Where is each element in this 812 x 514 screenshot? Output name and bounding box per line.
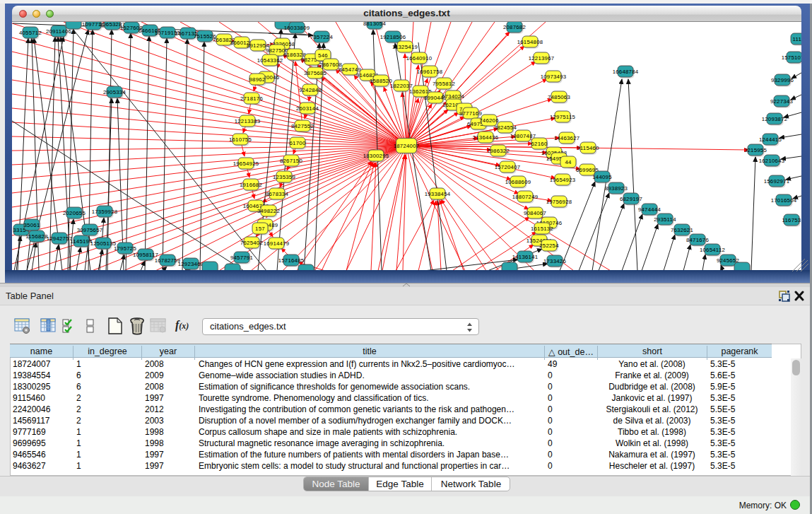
svg-text:16154808: 16154808 bbox=[517, 39, 543, 45]
svg-text:14463627: 14463627 bbox=[554, 135, 580, 141]
svg-text:16648784: 16648784 bbox=[613, 69, 639, 75]
svg-text:98962: 98962 bbox=[249, 76, 266, 83]
svg-text:7485063: 7485063 bbox=[548, 94, 570, 100]
svg-text:252254: 252254 bbox=[539, 243, 559, 249]
svg-text:12213383: 12213383 bbox=[235, 118, 261, 124]
svg-text:9227343: 9227343 bbox=[770, 98, 793, 105]
svg-text:1145194: 1145194 bbox=[70, 238, 93, 245]
svg-text:8427552: 8427552 bbox=[291, 123, 314, 129]
svg-text:19338454: 19338454 bbox=[425, 191, 451, 197]
svg-text:1235359: 1235359 bbox=[273, 174, 295, 180]
svg-text:18724007: 18724007 bbox=[394, 143, 420, 149]
svg-text:7986322: 7986322 bbox=[487, 148, 510, 154]
svg-text:4055712: 4055712 bbox=[19, 30, 42, 36]
svg-text:17016504: 17016504 bbox=[771, 197, 797, 204]
svg-text:9084067: 9084067 bbox=[524, 210, 546, 216]
svg-text:8938923: 8938923 bbox=[605, 185, 628, 192]
svg-text:2603144: 2603144 bbox=[296, 105, 319, 112]
svg-text:16782759: 16782759 bbox=[155, 257, 181, 264]
svg-text:15751074: 15751074 bbox=[782, 54, 801, 61]
svg-text:11325419: 11325419 bbox=[392, 44, 418, 50]
svg-text:144095: 144095 bbox=[592, 174, 612, 180]
svg-text:10543362: 10543362 bbox=[257, 57, 283, 64]
svg-text:61700: 61700 bbox=[290, 140, 306, 146]
svg-text:1615132: 1615132 bbox=[531, 226, 553, 232]
svg-text:16914479: 16914479 bbox=[264, 240, 290, 247]
svg-text:3215955: 3215955 bbox=[744, 147, 767, 153]
svg-text:12213967: 12213967 bbox=[529, 55, 555, 62]
svg-text:21364436: 21364436 bbox=[473, 134, 499, 141]
svg-text:7357224: 7357224 bbox=[310, 34, 334, 40]
svg-text:9242848: 9242848 bbox=[299, 87, 322, 93]
svg-text:6734024: 6734024 bbox=[442, 93, 465, 100]
svg-text:7625402: 7625402 bbox=[240, 240, 263, 246]
svg-text:8678334: 8678334 bbox=[266, 191, 289, 197]
svg-text:3824554: 3824554 bbox=[494, 124, 517, 131]
svg-text:19218506: 19218506 bbox=[380, 34, 406, 40]
svg-text:2718176: 2718176 bbox=[240, 95, 263, 102]
svg-text:10807487: 10807487 bbox=[510, 133, 536, 139]
svg-text:12942757: 12942757 bbox=[47, 235, 73, 242]
svg-text:1156828: 1156828 bbox=[25, 233, 48, 240]
svg-text:10973493: 10973493 bbox=[541, 74, 567, 80]
svg-text:746206: 746206 bbox=[479, 117, 499, 124]
svg-text:9329996: 9329996 bbox=[771, 77, 794, 83]
svg-text:19756928: 19756928 bbox=[546, 199, 572, 205]
svg-text:1112: 1112 bbox=[792, 36, 801, 42]
svg-text:8813054: 8813054 bbox=[363, 22, 387, 27]
svg-text:15692971: 15692971 bbox=[764, 178, 790, 185]
svg-text:9777169: 9777169 bbox=[459, 110, 482, 117]
svg-text:8267150: 8267150 bbox=[280, 158, 303, 164]
svg-text:30975657: 30975657 bbox=[77, 227, 103, 233]
svg-text:12093872: 12093872 bbox=[762, 116, 788, 122]
svg-text:2087682: 2087682 bbox=[503, 24, 526, 30]
svg-text:157: 157 bbox=[255, 226, 265, 232]
svg-text:7632621: 7632621 bbox=[671, 227, 693, 233]
svg-text:18300295: 18300295 bbox=[363, 153, 389, 159]
svg-text:9115460: 9115460 bbox=[577, 145, 599, 151]
svg-text:14136141: 14136141 bbox=[512, 254, 539, 260]
svg-text:44: 44 bbox=[565, 159, 572, 165]
svg-text:7955812: 7955812 bbox=[433, 81, 455, 87]
svg-text:20911406: 20911406 bbox=[46, 28, 71, 35]
svg-text:9474444: 9474444 bbox=[638, 206, 661, 213]
svg-text:18807249: 18807249 bbox=[512, 194, 539, 200]
svg-text:15716485: 15716485 bbox=[278, 257, 305, 264]
svg-text:1795725: 1795725 bbox=[114, 245, 137, 252]
svg-text:12975115: 12975115 bbox=[550, 114, 576, 120]
svg-text:1610755: 1610755 bbox=[229, 136, 252, 143]
svg-text:10654112: 10654112 bbox=[700, 247, 725, 253]
svg-text:6829197: 6829197 bbox=[620, 196, 642, 202]
svg-text:3875685: 3875685 bbox=[304, 70, 327, 76]
svg-text:16033809: 16033809 bbox=[284, 25, 310, 31]
svg-text:116753: 116753 bbox=[782, 217, 801, 223]
svg-text:15720407: 15720407 bbox=[495, 164, 521, 170]
svg-text:1588520: 1588520 bbox=[370, 78, 393, 84]
svg-text:9245652: 9245652 bbox=[717, 257, 739, 264]
svg-text:10688609: 10688609 bbox=[505, 179, 531, 185]
svg-text:546: 546 bbox=[318, 52, 328, 59]
svg-text:1733426: 1733426 bbox=[543, 258, 566, 264]
svg-text:2935114: 2935114 bbox=[654, 216, 676, 223]
svg-text:1244415: 1244415 bbox=[759, 136, 782, 143]
svg-text:12505135: 12505135 bbox=[90, 240, 117, 247]
svg-text:19654923: 19654923 bbox=[550, 177, 576, 183]
svg-text:2020655: 2020655 bbox=[63, 210, 86, 216]
svg-text:2905334: 2905334 bbox=[103, 89, 126, 95]
svg-text:9457791: 9457791 bbox=[230, 255, 253, 261]
svg-text:16961758: 16961758 bbox=[417, 69, 443, 75]
svg-text:12923468: 12923468 bbox=[178, 261, 204, 267]
svg-text:16210643: 16210643 bbox=[759, 158, 785, 164]
svg-text:35061: 35061 bbox=[24, 222, 40, 228]
svg-text:3498222: 3498222 bbox=[257, 208, 280, 214]
svg-text:19654925: 19654925 bbox=[233, 160, 259, 167]
svg-text:62160: 62160 bbox=[531, 141, 548, 147]
svg-text:8471676: 8471676 bbox=[686, 237, 709, 243]
svg-text:17359928: 17359928 bbox=[92, 209, 118, 215]
svg-text:16640910: 16640910 bbox=[406, 55, 433, 62]
svg-text:1916682: 1916682 bbox=[240, 182, 262, 188]
